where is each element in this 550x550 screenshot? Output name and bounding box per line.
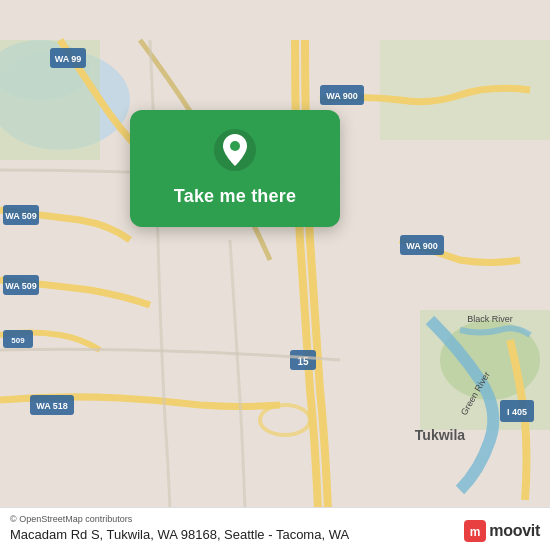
svg-text:WA 99: WA 99 <box>55 54 82 64</box>
svg-point-30 <box>230 141 240 151</box>
svg-text:Tukwila: Tukwila <box>415 427 466 443</box>
moovit-text: moovit <box>489 522 540 540</box>
svg-text:509: 509 <box>11 336 25 345</box>
bottom-bar: © OpenStreetMap contributors Macadam Rd … <box>0 507 550 550</box>
svg-text:WA 900: WA 900 <box>326 91 358 101</box>
svg-text:Black River: Black River <box>467 314 513 324</box>
moovit-icon: m <box>464 520 486 542</box>
map-container: 15 WA 99 WA 900 WA 900 WA 509 WA 509 WA … <box>0 0 550 550</box>
svg-text:WA 509: WA 509 <box>5 211 37 221</box>
attribution: © OpenStreetMap contributors <box>10 514 540 524</box>
svg-text:WA 518: WA 518 <box>36 401 68 411</box>
svg-text:WA 900: WA 900 <box>406 241 438 251</box>
address-line: Macadam Rd S, Tukwila, WA 98168, Seattle… <box>10 527 349 542</box>
svg-text:WA 509: WA 509 <box>5 281 37 291</box>
location-pin-icon <box>213 128 257 172</box>
map-background: 15 WA 99 WA 900 WA 900 WA 509 WA 509 WA … <box>0 0 550 550</box>
svg-text:I 405: I 405 <box>507 407 527 417</box>
take-me-there-button[interactable]: Take me there <box>150 182 320 211</box>
svg-text:m: m <box>470 525 481 539</box>
moovit-logo: m moovit <box>464 520 540 542</box>
popup-card: Take me there <box>130 110 340 227</box>
